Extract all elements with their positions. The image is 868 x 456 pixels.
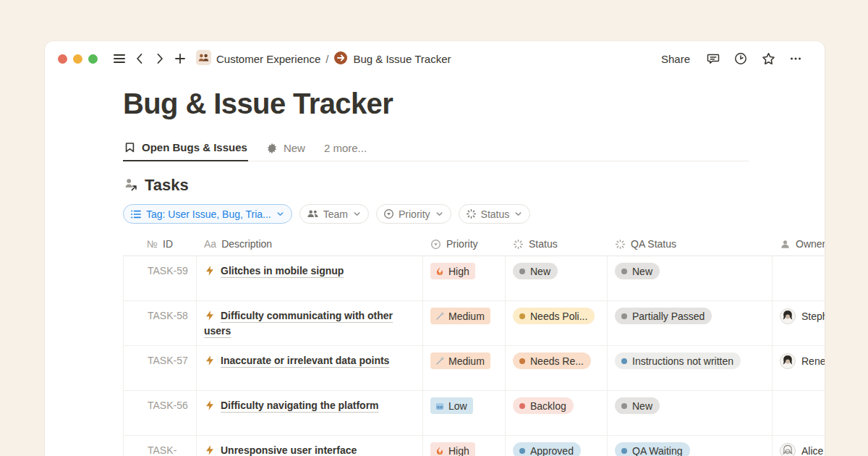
status-pill-cell[interactable]: Needs Re...	[506, 346, 608, 390]
tab-2-more[interactable]: 2 more...	[323, 138, 367, 161]
ice-icon	[435, 401, 445, 411]
bolt-icon	[204, 310, 216, 321]
task-id-cell[interactable]: TASK-	[123, 436, 197, 456]
status-pill[interactable]: Approved	[513, 442, 581, 456]
task-description-cell[interactable]: Difficulty communicating with other user…	[197, 301, 423, 345]
priority-cell[interactable]: High	[423, 256, 506, 300]
column-header-id[interactable]: №ID	[123, 238, 197, 250]
owner-cell[interactable]: Rene	[773, 346, 825, 390]
qa-status-pill[interactable]: New	[615, 263, 660, 279]
task-description-cell[interactable]: Inaccurate or irrelevant data points	[197, 346, 423, 390]
qa-status-pill[interactable]: Instructions not written	[615, 352, 741, 369]
owner-avatar	[780, 308, 796, 324]
comments-icon[interactable]	[703, 48, 723, 69]
qa-status-pill-cell[interactable]: New	[608, 391, 773, 435]
tab-new[interactable]: New	[265, 138, 306, 161]
qa-status-pill[interactable]: Partially Passed	[615, 308, 712, 324]
task-description-cell[interactable]: Unresponsive user interface	[197, 436, 423, 456]
column-header-description[interactable]: AaDescription	[197, 238, 423, 250]
column-header-qa-status[interactable]: QA Status	[608, 238, 773, 250]
task-link[interactable]: Difficulty communicating with other user…	[204, 310, 393, 337]
task-description-cell[interactable]: Glitches in mobile signup	[197, 256, 423, 300]
status-pill[interactable]: Backlog	[513, 397, 574, 414]
table-row[interactable]: TASK-57Inaccurate or irrelevant data poi…	[123, 346, 825, 391]
owner-name: Steph	[801, 311, 825, 322]
new-page-icon[interactable]	[170, 48, 190, 69]
breadcrumb-page[interactable]: Bug & Issue Tracker	[353, 53, 451, 65]
priority-cell[interactable]: Medium	[423, 346, 506, 390]
priority-cell[interactable]: High	[423, 436, 506, 456]
priority-chip[interactable]: Medium	[430, 352, 490, 369]
breadcrumb-workspace[interactable]: Customer Experience	[216, 53, 320, 65]
status-label: Needs Re...	[530, 355, 584, 367]
status-icon	[466, 208, 477, 219]
priority-chip[interactable]: Medium	[430, 308, 490, 324]
qa-status-pill[interactable]: New	[615, 397, 660, 414]
linked-database-icon	[123, 177, 138, 195]
filter-chip-tag[interactable]: Tag: User Issue, Bug, Tria...	[123, 204, 292, 224]
forward-icon[interactable]	[150, 48, 170, 69]
task-description-cell[interactable]: Difficulty navigating the platform	[197, 391, 423, 435]
filter-chip-team[interactable]: Team	[299, 204, 369, 224]
seal-icon	[266, 143, 278, 154]
qa-status-pill-cell[interactable]: Instructions not written	[608, 346, 773, 390]
owner-cell[interactable]	[773, 391, 825, 435]
filter-chip-status[interactable]: Status	[459, 204, 531, 224]
task-link[interactable]: Unresponsive user interface	[221, 444, 357, 456]
filter-label: Tag: User Issue, Bug, Tria...	[146, 208, 271, 220]
owner-cell[interactable]	[773, 256, 825, 300]
status-pill-cell[interactable]: Backlog	[506, 391, 608, 435]
status-pill[interactable]: New	[513, 263, 558, 279]
column-label: Owner	[796, 238, 825, 250]
tab-open-bugs-issues[interactable]: Open Bugs & Issues	[123, 137, 248, 161]
task-id-cell[interactable]: TASK-56	[123, 391, 197, 435]
favorite-star-icon[interactable]	[758, 48, 778, 69]
status-label: New	[632, 266, 652, 277]
status-pill[interactable]: Needs Poli...	[513, 308, 595, 324]
share-button[interactable]: Share	[655, 50, 696, 68]
zoom-window-button[interactable]	[88, 54, 98, 64]
page: { "topbar": { "breadcrumb": { "workspace…	[0, 0, 868, 456]
status-pill-cell[interactable]: Approved	[506, 436, 608, 456]
status-dot-icon	[621, 448, 627, 454]
back-icon[interactable]	[129, 48, 150, 69]
column-header-status[interactable]: Status	[506, 238, 608, 250]
table-row[interactable]: TASK-58Difficulty communicating with oth…	[123, 301, 825, 346]
table-row[interactable]: TASK-Unresponsive user interfaceHighAppr…	[123, 436, 825, 456]
qa-status-pill[interactable]: QA Waiting	[615, 442, 690, 456]
qa-status-pill-cell[interactable]: New	[608, 256, 773, 300]
priority-chip[interactable]: High	[430, 442, 475, 456]
needle-icon	[435, 311, 445, 321]
people-icon	[307, 208, 319, 220]
column-header-priority[interactable]: Priority	[423, 238, 506, 250]
status-pill-cell[interactable]: New	[506, 256, 608, 300]
status-pill-cell[interactable]: Needs Poli...	[506, 301, 608, 345]
close-window-button[interactable]	[58, 54, 67, 64]
task-id-cell[interactable]: TASK-58	[123, 301, 197, 345]
owner-cell[interactable]: Steph	[773, 301, 825, 345]
priority-chip[interactable]: Low	[430, 397, 473, 414]
qa-status-pill-cell[interactable]: Partially Passed	[608, 301, 773, 345]
priority-cell[interactable]: Low	[423, 391, 506, 435]
filter-chip-priority[interactable]: Priority	[376, 204, 451, 224]
table-row[interactable]: TASK-59Glitches in mobile signupHighNewN…	[123, 256, 825, 301]
task-link[interactable]: Difficulty navigating the platform	[221, 400, 379, 411]
more-options-icon[interactable]	[786, 48, 806, 69]
owner-cell[interactable]: Alice	[773, 436, 825, 456]
status-label: QA Waiting	[632, 445, 683, 456]
priority-chip[interactable]: High	[430, 263, 475, 279]
column-header-owner[interactable]: Owner	[773, 238, 825, 250]
task-link[interactable]: Glitches in mobile signup	[221, 265, 344, 276]
task-link[interactable]: Inaccurate or irrelevant data points	[221, 355, 389, 366]
column-label: Description	[221, 238, 272, 250]
task-id-cell[interactable]: TASK-57	[123, 346, 197, 390]
minimize-window-button[interactable]	[73, 54, 82, 64]
status-pill[interactable]: Needs Re...	[513, 352, 591, 369]
priority-cell[interactable]: Medium	[423, 301, 506, 345]
task-id-cell[interactable]: TASK-59	[123, 256, 197, 300]
menu-icon[interactable]	[109, 48, 129, 69]
status-icon	[615, 239, 626, 250]
updates-clock-icon[interactable]	[731, 48, 751, 69]
qa-status-pill-cell[interactable]: QA Waiting	[608, 436, 773, 456]
table-row[interactable]: TASK-56Difficulty navigating the platfor…	[123, 391, 825, 436]
